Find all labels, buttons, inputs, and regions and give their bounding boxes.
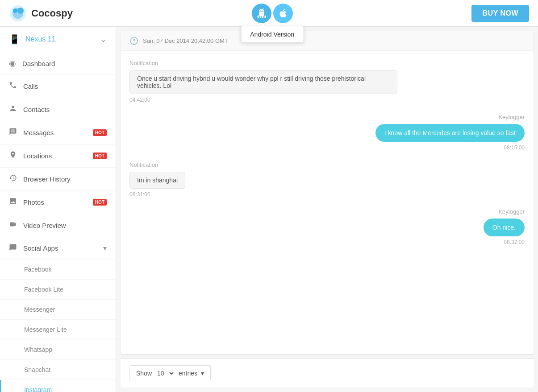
sidebar-item-contacts[interactable]: Contacts: [0, 98, 116, 121]
device-name-suffix: 11: [48, 35, 56, 43]
logo-text: Cocospy: [31, 8, 73, 19]
sidebar-item-instagram[interactable]: Instagram: [0, 380, 116, 392]
video-preview-icon: [9, 220, 17, 231]
message-time-2: 08:31:00: [129, 191, 525, 198]
keylogger-time-2: 08:32:00: [504, 239, 525, 245]
android-version-tooltip: Android Version: [241, 26, 304, 43]
notification-bubble-1: Once u start driving hybrid u would wond…: [129, 70, 397, 94]
sidebar-item-label: Dashboard: [22, 60, 107, 67]
cocospy-logo-icon: [9, 4, 27, 22]
app-header: Cocospy Android Version BUY NOW: [0, 0, 538, 27]
device-name-prefix: Nexus: [25, 35, 48, 43]
sidebar-item-calls[interactable]: Calls: [0, 75, 116, 98]
photos-hot-badge: HOT: [93, 199, 107, 206]
sidebar-item-dashboard[interactable]: ◉ Dashboard: [0, 52, 116, 75]
logo-area: Cocospy: [9, 4, 73, 22]
calls-icon: [9, 81, 17, 91]
platform-selector: Android Version: [252, 4, 293, 23]
sidebar-contacts-label: Contacts: [23, 106, 107, 113]
platform-buttons: [252, 4, 293, 23]
sidebar-item-facebook-lite[interactable]: Facebook Lite: [0, 280, 116, 300]
sidebar-item-messages[interactable]: Messages HOT: [0, 121, 116, 144]
photos-icon: [9, 197, 17, 207]
sidebar-messages-label: Messages: [23, 129, 85, 136]
date-text: Sun, 07 Dec 2014 20:42:00 GMT: [143, 37, 228, 44]
android-button[interactable]: [252, 4, 271, 23]
buy-now-button[interactable]: BUY NOW: [471, 5, 529, 22]
sidebar-item-facebook[interactable]: Facebook: [0, 260, 116, 280]
sidebar-locations-label: Locations: [23, 152, 85, 160]
keylogger-group-2: Keylogger Oh nice. 08:32:00: [129, 208, 525, 245]
sidebar-item-social-apps[interactable]: Social Apps ▾: [0, 237, 116, 260]
content-area: 🕐 Sun, 07 Dec 2014 20:42:00 GMT Notifica…: [116, 27, 538, 392]
sidebar-video-preview-label: Video Preview: [23, 222, 107, 229]
entries-text: entries: [179, 370, 197, 377]
browser-history-icon: [9, 174, 17, 184]
messages-icon: [9, 128, 17, 138]
notification-label-1: Notification: [129, 60, 525, 66]
clock-icon: 🕐: [129, 37, 138, 45]
sidebar-item-browser-history[interactable]: Browser History: [0, 168, 116, 191]
message-group-2: Notification Im in shanghai 08:31:00: [129, 161, 525, 198]
svg-point-2: [17, 8, 24, 14]
keylogger-group-1: Keylogger I know all the Mercedes are lo…: [129, 114, 525, 151]
sidebar-photos-label: Photos: [23, 198, 85, 206]
date-header: 🕐 Sun, 07 Dec 2014 20:42:00 GMT: [121, 31, 534, 51]
bottom-bar: Show 10 25 50 100 entries ▾: [121, 359, 534, 388]
device-name-label: Nexus 11: [25, 35, 95, 43]
dashboard-icon: ◉: [9, 58, 16, 68]
notification-label-2: Notification: [129, 161, 525, 168]
locations-icon: [9, 151, 17, 161]
keylogger-bubble-1: I know all the Mercedes are losing value…: [375, 124, 525, 142]
keylogger-label-2: Keylogger: [498, 208, 525, 215]
message-time-1: 04:42:00: [129, 97, 525, 103]
tooltip-text: Android Version: [250, 31, 294, 38]
device-chevron-icon: ⌄: [100, 34, 107, 44]
chat-container: 🕐 Sun, 07 Dec 2014 20:42:00 GMT Notifica…: [121, 31, 534, 354]
show-entries-label: Show: [136, 370, 152, 377]
contacts-icon: [9, 104, 17, 115]
message-group-1: Notification Once u start driving hybrid…: [129, 60, 525, 103]
sidebar-browser-history-label: Browser History: [23, 175, 107, 183]
entries-select[interactable]: 10 25 50 100: [155, 369, 175, 377]
entries-chevron-icon: ▾: [201, 370, 204, 377]
sidebar-item-video-preview[interactable]: Video Preview: [0, 214, 116, 237]
keylogger-bubble-2: Oh nice.: [484, 219, 525, 236]
social-apps-label: Social Apps: [23, 244, 97, 252]
show-entries-control[interactable]: Show 10 25 50 100 entries ▾: [129, 365, 211, 381]
sidebar-item-messenger-lite[interactable]: Messenger Lite: [0, 320, 116, 340]
social-apps-icon: [9, 243, 17, 253]
svg-point-3: [13, 8, 17, 13]
social-apps-chevron-icon: ▾: [103, 244, 107, 252]
sidebar-item-snapchat[interactable]: Snapchat: [0, 360, 116, 380]
keylogger-label-1: Keylogger: [498, 114, 525, 120]
sidebar-item-whatsapp[interactable]: Whatsapp: [0, 340, 116, 360]
device-selector[interactable]: 📱 Nexus 11 ⌄: [0, 27, 116, 52]
sidebar-item-photos[interactable]: Photos HOT: [0, 191, 116, 214]
main-layout: 📱 Nexus 11 ⌄ ◉ Dashboard Calls Contacts: [0, 27, 538, 392]
notification-bubble-2: Im in shanghai: [129, 172, 185, 189]
sidebar: 📱 Nexus 11 ⌄ ◉ Dashboard Calls Contacts: [0, 27, 116, 392]
messages-list: Notification Once u start driving hybrid…: [121, 51, 534, 265]
keylogger-time-1: 08:15:00: [504, 144, 525, 151]
sidebar-item-locations[interactable]: Locations HOT: [0, 144, 116, 168]
sidebar-item-messenger[interactable]: Messenger: [0, 300, 116, 320]
device-phone-icon: 📱: [9, 34, 20, 45]
messages-hot-badge: HOT: [93, 129, 107, 136]
ios-button[interactable]: [273, 4, 293, 23]
sidebar-calls-label: Calls: [23, 83, 107, 90]
locations-hot-badge: HOT: [93, 153, 107, 159]
